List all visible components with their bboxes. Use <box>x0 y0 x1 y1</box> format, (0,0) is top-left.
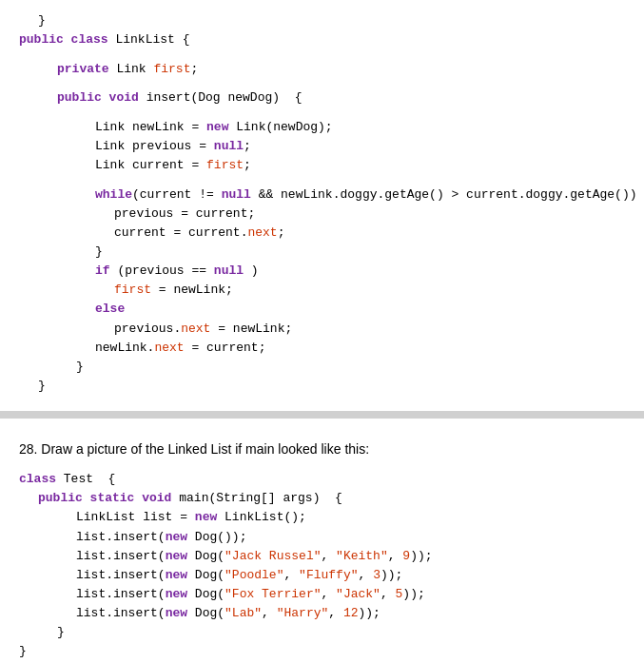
question-section: 28. Draw a picture of the Linked List if… <box>0 422 644 663</box>
code-line <box>19 175 644 185</box>
code-line: } <box>19 623 625 642</box>
code-line: Link current = first; <box>19 156 644 175</box>
code-line: previous.next = newLink; <box>19 320 644 339</box>
code-line: list.insert(new Dog("Fox Terrier", "Jack… <box>19 585 625 604</box>
question-text: 28. Draw a picture of the Linked List if… <box>19 441 625 457</box>
code-line: list.insert(new Dog("Lab", "Harry", 12))… <box>19 604 625 623</box>
code-line: } <box>19 642 625 661</box>
top-code-section: }public class LinkList {private Link fir… <box>0 0 644 407</box>
divider <box>0 411 644 419</box>
code-line: } <box>19 377 644 396</box>
code-line: public class LinkList { <box>19 30 644 49</box>
code-line: while(current != null && newLink.doggy.g… <box>19 185 644 205</box>
code-line: private Link first; <box>19 60 644 79</box>
code-line: } <box>19 358 644 377</box>
code-line <box>19 107 644 117</box>
code-line: Link newLink = new Link(newDog); <box>19 118 644 137</box>
code-line: first = newLink; <box>19 281 644 300</box>
code-line: } <box>19 243 644 262</box>
code-line: class Test { <box>19 470 625 489</box>
code-line: list.insert(new Dog("Poodle", "Fluffy", … <box>19 566 625 585</box>
code-line: else <box>19 300 644 319</box>
code-line: current = current.next; <box>19 224 644 243</box>
code-line: list.insert(new Dog("Jack Russel", "Keit… <box>19 547 625 566</box>
code-line <box>19 79 644 88</box>
code-line: public void insert(Dog newDog) { <box>19 88 644 107</box>
code-line: previous = current; <box>19 205 644 224</box>
code-line: LinkList list = new LinkList(); <box>19 508 625 527</box>
bottom-code-block: class Test {public static void main(Stri… <box>19 466 625 663</box>
code-line: if (previous == null ) <box>19 262 644 281</box>
top-code-block: }public class LinkList {private Link fir… <box>19 8 644 400</box>
code-line: Link previous = null; <box>19 137 644 156</box>
code-line: newLink.next = current; <box>19 339 644 358</box>
code-line <box>19 49 644 59</box>
code-line: public static void main(String[] args) { <box>19 489 625 508</box>
code-line: } <box>19 11 644 30</box>
code-line: list.insert(new Dog()); <box>19 528 625 547</box>
